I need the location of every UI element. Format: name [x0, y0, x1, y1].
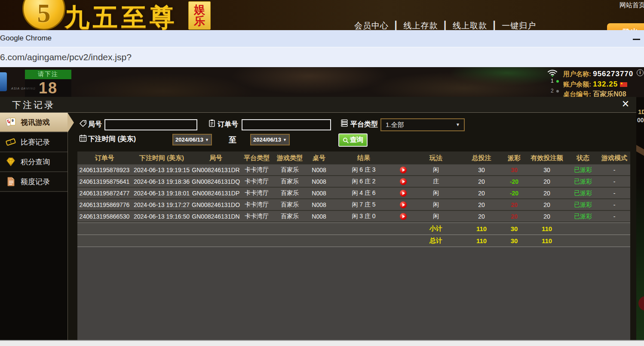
cell-platform: 卡卡湾厅: [240, 166, 273, 174]
sidebar-item-match-records[interactable]: 比赛记录: [0, 133, 67, 152]
table-number-label: 桌台编号:: [563, 90, 591, 97]
sidebar-item-video-games[interactable]: K 9 视讯游戏: [0, 113, 67, 133]
cell-replay: [396, 166, 411, 174]
dialog-title: 下注记录: [12, 99, 55, 111]
countdown-value: 18: [39, 79, 58, 97]
stream-2[interactable]: 2: [551, 88, 554, 94]
cell-status: 已派彩: [567, 213, 598, 220]
search-button[interactable]: 查询: [338, 133, 368, 147]
dialog-content: 局号 订单号 平台类型: [68, 113, 636, 340]
brand-name: 九五至尊: [64, 1, 178, 30]
replay-icon[interactable]: [400, 167, 407, 173]
cn-flag-icon: [620, 82, 627, 87]
sidebar-item-points-query[interactable]: 积分查询: [0, 152, 67, 172]
nav-deposit[interactable]: 线上存款: [403, 21, 438, 30]
edge-text-fragment: 1D: [638, 108, 644, 115]
replay-icon[interactable]: [400, 213, 407, 220]
nav-one-key-transfer[interactable]: 一键归户: [502, 21, 536, 30]
cell-order-no: 240613195869776: [77, 201, 132, 208]
cell-payout: 30: [502, 167, 526, 173]
nav-member-center[interactable]: 会员中心: [354, 21, 389, 30]
column-header: 状态: [567, 154, 598, 162]
cell-payout: -20: [502, 190, 526, 197]
sidebar-item-credit-records[interactable]: 额度记录: [0, 172, 67, 192]
platform-select[interactable]: 1.全部 ▼: [380, 118, 465, 131]
column-header: 游戏类型: [273, 154, 306, 162]
date-to-select[interactable]: 2024/06/13 ▼: [250, 134, 290, 145]
table-number-value: 百家乐N08: [593, 90, 626, 97]
window-title: Google Chrome: [0, 34, 52, 43]
cell-valid-bet: 20: [526, 178, 567, 185]
cell-play: 闲: [411, 166, 461, 174]
clipboard-icon: [208, 119, 216, 127]
cell-platform: 卡卡湾厅: [240, 213, 273, 220]
total-cell-play: 小计: [411, 225, 461, 233]
table-row: 2406131958665302024-06-13 19:16:50GN0082…: [77, 211, 630, 222]
cell-game-type: 百家乐: [273, 213, 306, 220]
close-icon[interactable]: ✕: [620, 99, 631, 110]
chevron-down-icon: ▼: [456, 119, 460, 130]
platform-select-value: 1.全部: [386, 121, 404, 128]
cell-result: 闲 4 庄 6: [332, 189, 396, 197]
game-video-strip: ASIA GAMING 请下注 18 1 2 用户名称: 956273770 i…: [0, 67, 644, 97]
table-number-row: 桌台编号: 百家乐N08: [563, 90, 626, 97]
cell-valid-bet: 20: [526, 201, 567, 208]
column-header: 订单号: [77, 154, 132, 162]
cell-payout: 20: [502, 213, 526, 220]
cell-order-no: 240613195866530: [77, 213, 132, 220]
cell-result: 闲 6 庄 3: [332, 166, 396, 174]
dialog-titlebar: 下注记录 ✕: [0, 97, 636, 113]
cell-order-no: 240613195875641: [77, 178, 132, 185]
user-name-row: 用户名称: 956273770: [563, 70, 633, 78]
replay-icon[interactable]: [400, 178, 407, 185]
chevron-down-icon: ▼: [283, 138, 287, 142]
cell-play: 闲: [411, 213, 461, 220]
user-name-value: 956273770: [593, 70, 633, 78]
cell-table-no: N008: [306, 213, 332, 220]
home-link[interactable]: 网站首页: [619, 1, 644, 9]
table-row: 2406131958697762024-06-13 19:17:27GN0082…: [77, 199, 630, 211]
date-from-select[interactable]: 2024/06/13 ▼: [172, 134, 212, 145]
grand-total-row: 总计11030110: [77, 235, 630, 247]
cell-platform: 卡卡湾厅: [240, 178, 273, 185]
cell-total-bet: 20: [461, 178, 502, 185]
stream-1[interactable]: 1: [551, 78, 554, 84]
tag-icon: [79, 119, 87, 128]
date-to-value: 2024/06/13: [253, 136, 281, 143]
column-header: 下注时间 (美东): [132, 154, 192, 162]
chrome-urlbar[interactable]: 6.com/agingame/pcv2/index.jsp?: [0, 47, 644, 68]
total-cell-total-bet: 110: [461, 237, 502, 244]
table-empty-area: [77, 247, 630, 340]
column-header: 游戏模式: [598, 154, 630, 162]
replay-icon[interactable]: [400, 201, 407, 208]
cell-valid-bet: 20: [526, 213, 567, 220]
nav-separator: ┃: [389, 21, 403, 30]
cell-result: 闲 3 庄 0: [332, 213, 396, 220]
order-no-input[interactable]: [242, 119, 331, 130]
column-header: 总投注: [461, 154, 502, 162]
platform-type-label: 平台类型: [350, 120, 378, 129]
cell-total-bet: 20: [461, 213, 502, 220]
cards-icon: K 9: [5, 117, 16, 128]
asia-gaming-logo-icon: [0, 72, 7, 91]
nav-withdraw[interactable]: 线上取款: [453, 21, 487, 30]
info-icon[interactable]: i: [637, 69, 644, 76]
cell-table-no: N008: [306, 190, 332, 197]
diamond-icon: [5, 156, 16, 167]
cell-valid-bet: 30: [526, 167, 567, 173]
table-row: 2406131958724772024-06-13 19:18:01GN0082…: [77, 188, 630, 199]
cell-round-no: GN008246131DO: [192, 201, 240, 208]
table-rail-fragment: [636, 145, 644, 157]
minimize-icon[interactable]: [633, 39, 640, 40]
badge-char-top: 娱: [194, 4, 205, 15]
cell-status: 已派彩: [567, 178, 598, 185]
cell-game-type: 百家乐: [273, 189, 306, 197]
total-cell-play: 总计: [411, 237, 461, 245]
replay-icon[interactable]: [400, 190, 407, 197]
bet-countdown-box: 请下注 18: [25, 70, 71, 97]
logout-button[interactable]: 登出: [607, 23, 644, 30]
cell-game-type: 百家乐: [273, 201, 306, 209]
url-text[interactable]: 6.com/agingame/pcv2/index.jsp?: [0, 52, 132, 62]
table-row: 2406131958789232024-06-13 19:19:15GN0082…: [77, 164, 630, 176]
round-no-input[interactable]: [104, 119, 197, 130]
